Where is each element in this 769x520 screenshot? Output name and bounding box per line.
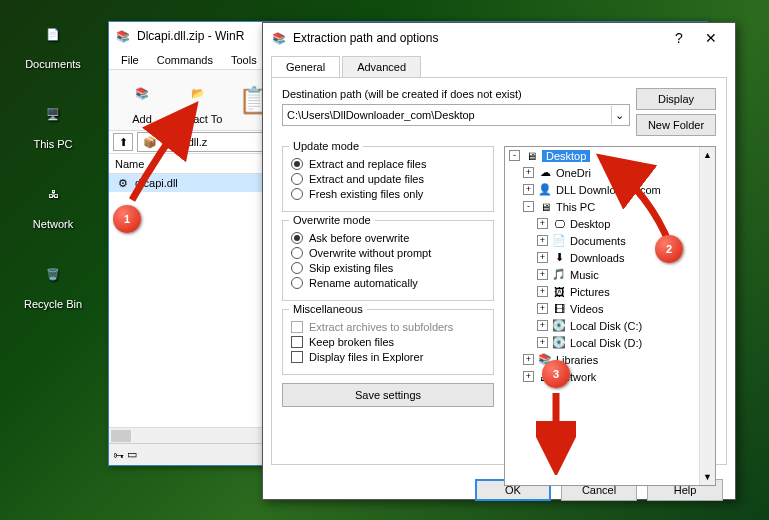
desktop-icon-label: Documents bbox=[25, 58, 81, 70]
radio-icon bbox=[291, 158, 303, 170]
folder-icon: 🖥 bbox=[523, 149, 539, 163]
desktop-icon-thispc[interactable]: 🖥️ This PC bbox=[18, 92, 88, 150]
tree-label: Documents bbox=[570, 235, 626, 247]
radio-rename-auto[interactable]: Rename automatically bbox=[291, 277, 485, 289]
tree-label: Downloads bbox=[570, 252, 624, 264]
scroll-down-button[interactable]: ▼ bbox=[700, 469, 715, 485]
documents-icon: 📄 bbox=[31, 12, 75, 56]
toolbar-label: Extract To bbox=[171, 113, 225, 125]
expand-icon[interactable]: + bbox=[537, 235, 548, 246]
folder-icon: 👤 bbox=[537, 183, 553, 197]
expand-icon[interactable]: + bbox=[523, 354, 534, 365]
folder-icon: 🖥 bbox=[537, 200, 553, 214]
expand-icon[interactable]: + bbox=[537, 303, 548, 314]
tree-label: This PC bbox=[556, 201, 595, 213]
toolbar-label: Add bbox=[115, 113, 169, 125]
tree-node[interactable]: +💽Local Disk (C:) bbox=[505, 317, 715, 334]
scroll-thumb[interactable] bbox=[111, 430, 131, 442]
expand-icon[interactable]: + bbox=[523, 167, 534, 178]
tree-node[interactable]: +☁OneDri bbox=[505, 164, 715, 181]
file-icon: ⚙ bbox=[115, 175, 131, 191]
tree-node[interactable]: +💽Local Disk (D:) bbox=[505, 334, 715, 351]
radio-extract-update[interactable]: Extract and update files bbox=[291, 173, 485, 185]
tree-label: Videos bbox=[570, 303, 603, 315]
chevron-down-icon[interactable]: ⌄ bbox=[611, 106, 627, 124]
checkbox-icon bbox=[291, 336, 303, 348]
folder-tree[interactable]: -🖥Desktop+☁OneDri+👤DLL Downloader.com-🖥T… bbox=[504, 146, 716, 486]
expand-icon[interactable]: - bbox=[523, 201, 534, 212]
tree-node[interactable]: +🖼Pictures bbox=[505, 283, 715, 300]
recyclebin-icon: 🗑️ bbox=[31, 252, 75, 296]
radio-extract-replace[interactable]: Extract and replace files bbox=[291, 158, 485, 170]
tree-node[interactable]: +🎞Videos bbox=[505, 300, 715, 317]
tree-label: DLL Downloader.com bbox=[556, 184, 661, 196]
radio-overwrite-noprompt[interactable]: Overwrite without prompt bbox=[291, 247, 485, 259]
radio-ask-overwrite[interactable]: Ask before overwrite bbox=[291, 232, 485, 244]
folder-icon: ⬇ bbox=[551, 251, 567, 265]
desktop-icon-documents[interactable]: 📄 Documents bbox=[18, 12, 88, 70]
tree-node[interactable]: +🖵Desktop bbox=[505, 215, 715, 232]
checkbox-icon bbox=[291, 321, 303, 333]
radio-skip-existing[interactable]: Skip existing files bbox=[291, 262, 485, 274]
tree-node[interactable]: +📄Documents bbox=[505, 232, 715, 249]
winrar-app-icon: 📚 bbox=[115, 28, 131, 44]
expand-icon[interactable]: + bbox=[523, 371, 534, 382]
tab-body-general: Destination path (will be created if doe… bbox=[271, 77, 727, 465]
dialog-app-icon: 📚 bbox=[271, 30, 287, 46]
folder-icon: 📄 bbox=[551, 234, 567, 248]
check-keep-broken[interactable]: Keep broken files bbox=[291, 336, 485, 348]
display-button[interactable]: Display bbox=[636, 88, 716, 110]
column-name: Name bbox=[115, 158, 144, 170]
menu-commands[interactable]: Commands bbox=[149, 52, 221, 68]
toolbar-extractto-button[interactable]: 📂 Extract To bbox=[171, 73, 225, 127]
desktop-icon-label: This PC bbox=[33, 138, 72, 150]
expand-icon[interactable]: + bbox=[537, 286, 548, 297]
tree-node[interactable]: -🖥This PC bbox=[505, 198, 715, 215]
expand-icon[interactable]: - bbox=[509, 150, 520, 161]
menu-file[interactable]: File bbox=[113, 52, 147, 68]
tree-node[interactable]: +🖧Network bbox=[505, 368, 715, 385]
menu-tools[interactable]: Tools bbox=[223, 52, 265, 68]
radio-fresh-existing[interactable]: Fresh existing files only bbox=[291, 188, 485, 200]
expand-icon[interactable]: + bbox=[537, 320, 548, 331]
dialog-titlebar[interactable]: 📚 Extraction path and options ? ✕ bbox=[263, 23, 735, 53]
check-display-explorer[interactable]: Display files in Explorer bbox=[291, 351, 485, 363]
path-up-button[interactable]: ⬆ bbox=[113, 133, 133, 151]
destination-combo[interactable]: C:\Users\DllDownloader_com\Desktop ⌄ bbox=[282, 104, 630, 126]
dialog-help-button[interactable]: ? bbox=[663, 26, 695, 50]
desktop-icon-label: Network bbox=[33, 218, 73, 230]
expand-icon[interactable]: + bbox=[537, 269, 548, 280]
add-icon: 📚 bbox=[124, 75, 160, 111]
destination-value: C:\Users\DllDownloader_com\Desktop bbox=[287, 109, 475, 121]
radio-icon bbox=[291, 173, 303, 185]
expand-icon[interactable]: + bbox=[537, 337, 548, 348]
file-name: dlcapi.dll bbox=[135, 177, 178, 189]
path-text: lcapi.dll.z bbox=[162, 136, 207, 148]
vertical-scrollbar[interactable]: ▲ ▼ bbox=[699, 147, 715, 485]
network-icon: 🖧 bbox=[31, 172, 75, 216]
tree-node[interactable]: +👤DLL Downloader.com bbox=[505, 181, 715, 198]
tree-label: Desktop bbox=[542, 150, 590, 162]
tree-node[interactable]: +🎵Music bbox=[505, 266, 715, 283]
radio-icon bbox=[291, 188, 303, 200]
save-settings-button[interactable]: Save settings bbox=[282, 383, 494, 407]
tree-node[interactable]: +📚Libraries bbox=[505, 351, 715, 368]
tree-node[interactable]: -🖥Desktop bbox=[505, 147, 715, 164]
new-folder-button[interactable]: New Folder bbox=[636, 114, 716, 136]
group-legend: Update mode bbox=[289, 140, 363, 152]
annotation-badge-2: 2 bbox=[655, 235, 683, 263]
expand-icon[interactable]: + bbox=[537, 218, 548, 229]
tab-general[interactable]: General bbox=[271, 56, 340, 78]
radio-icon bbox=[291, 277, 303, 289]
tree-label: Local Disk (D:) bbox=[570, 337, 642, 349]
status-box-icon: ▭ bbox=[127, 448, 137, 461]
tab-advanced[interactable]: Advanced bbox=[342, 56, 421, 78]
expand-icon[interactable]: + bbox=[537, 252, 548, 263]
toolbar-add-button[interactable]: 📚 Add bbox=[115, 73, 169, 127]
desktop-icon-recyclebin[interactable]: 🗑️ Recycle Bin bbox=[18, 252, 88, 310]
desktop-icon-network[interactable]: 🖧 Network bbox=[18, 172, 88, 230]
expand-icon[interactable]: + bbox=[523, 184, 534, 195]
scroll-up-button[interactable]: ▲ bbox=[700, 147, 715, 163]
dialog-close-button[interactable]: ✕ bbox=[695, 26, 727, 50]
tree-node[interactable]: +⬇Downloads bbox=[505, 249, 715, 266]
